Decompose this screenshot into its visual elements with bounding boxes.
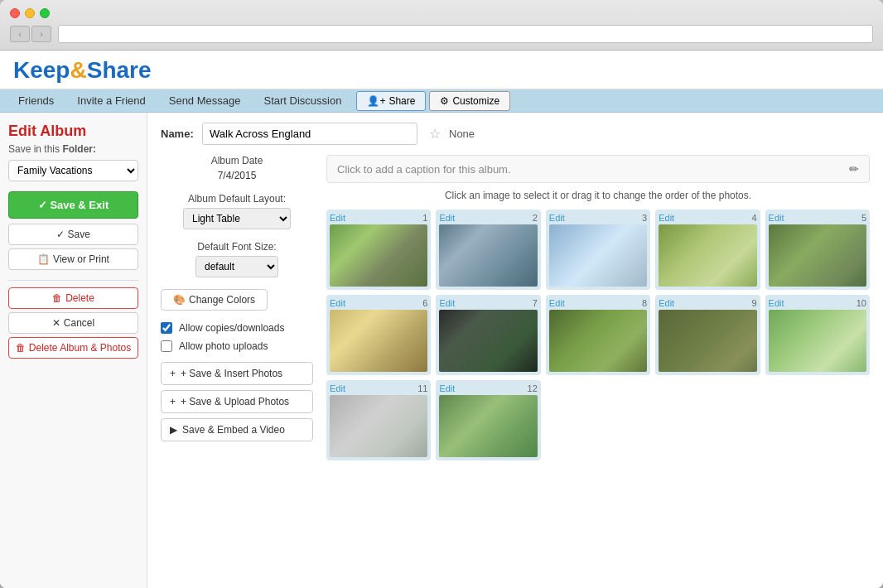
delete-album-button[interactable]: 🗑 Delete Album & Photos [8,337,138,359]
album-date-group: Album Date 7/4/2015 [161,155,313,181]
photo-num-5: 5 [861,213,866,223]
photo-img-2 [439,224,537,287]
delete-album-icon: 🗑 [16,342,26,354]
photo-edit-8[interactable]: Edit [549,298,565,308]
star-icon[interactable]: ☆ [429,126,441,142]
caption-edit-icon[interactable]: ✏ [849,162,859,176]
save-upload-label: + Save & Upload Photos [181,396,289,407]
photo-edit-6[interactable]: Edit [330,298,345,308]
back-button[interactable]: ‹ [10,26,30,42]
nav-menu: Friends Invite a Friend Send Message Sta… [0,89,883,113]
photo-cell-12[interactable]: Edit 12 [436,380,540,460]
album-settings: Album Date 7/4/2015 Album Default Layout… [161,155,870,460]
view-print-button[interactable]: 📋 View or Print [8,248,138,270]
sidebar: Edit Album Save in this Folder: Family V… [0,113,147,588]
photo-edit-3[interactable]: Edit [549,213,565,223]
uploads-label: Allow photo uploads [179,340,268,352]
content-area: Name: ☆ None Album Date 7/4/2015 Albu [147,113,883,588]
layout-select[interactable]: Light Table [183,208,291,229]
delete-album-label: Delete Album & Photos [29,342,131,354]
photo-img-7 [439,310,537,372]
photo-uploads-row: Allow photo uploads [161,340,313,352]
photo-cell-3[interactable]: Edit 3 [546,210,650,290]
photo-img-4 [659,224,756,287]
browser-chrome: ‹ › [0,0,883,51]
photo-cell-1[interactable]: Edit 1 [326,210,431,290]
photo-num-9: 9 [751,298,756,308]
main-area: Edit Album Save in this Folder: Family V… [0,113,883,588]
photo-img-1 [330,224,427,287]
photo-edit-11[interactable]: Edit [330,383,345,393]
cancel-label: Cancel [64,317,94,329]
photo-img-11 [330,395,427,457]
photo-num-3: 3 [642,213,647,223]
action-buttons: + + Save & Insert Photos + + Save & Uplo… [161,362,313,441]
album-date-label: Album Date [161,155,313,166]
customize-button[interactable]: ⚙ Customize [429,91,510,111]
photo-top-9: Edit 9 [659,298,756,308]
maximize-button[interactable] [40,8,50,18]
photo-cell-5[interactable]: Edit 5 [765,210,870,290]
customize-label: Customize [452,95,499,107]
layout-label: Album Default Layout: [161,193,313,205]
nav-invite[interactable]: Invite a Friend [65,89,157,112]
photo-cell-10[interactable]: Edit 10 [765,295,870,375]
photo-edit-12[interactable]: Edit [439,383,455,393]
change-colors-button[interactable]: 🎨 Change Colors [161,289,268,311]
album-name-input[interactable] [202,123,417,145]
photo-num-7: 7 [533,298,538,308]
photo-img-9 [659,310,756,372]
view-print-label: View or Print [53,253,109,265]
photo-edit-9[interactable]: Edit [659,298,674,308]
font-select[interactable]: default [195,256,278,277]
change-colors-group: 🎨 Change Colors [161,289,313,311]
address-bar[interactable] [58,25,873,43]
photo-cell-11[interactable]: Edit 11 [326,380,431,460]
copies-checkbox[interactable] [161,322,172,334]
delete-button[interactable]: 🗑 Delete [8,287,138,309]
photo-edit-5[interactable]: Edit [769,213,784,223]
cancel-button[interactable]: ✕ Cancel [8,312,138,334]
save-insert-button[interactable]: + + Save & Insert Photos [161,362,313,385]
photo-cell-6[interactable]: Edit 6 [326,295,431,375]
save-embed-button[interactable]: ▶ Save & Embed a Video [161,418,313,441]
photo-cell-8[interactable]: Edit 8 [546,295,650,375]
nav-discussion[interactable]: Start Discussion [252,89,353,112]
photo-top-11: Edit 11 [330,383,427,393]
sidebar-save-folder-label: Save in this Folder: [8,143,138,155]
photo-edit-10[interactable]: Edit [769,298,784,308]
forward-button[interactable]: › [31,26,51,42]
close-button[interactable] [10,8,20,18]
photo-cell-9[interactable]: Edit 9 [655,295,760,375]
photo-edit-7[interactable]: Edit [439,298,455,308]
photo-edit-1[interactable]: Edit [330,213,345,223]
nav-friends[interactable]: Friends [7,89,65,112]
photo-top-10: Edit 10 [769,298,866,308]
photos-instruction: Click an image to select it or drag it t… [326,190,870,201]
photo-top-7: Edit 7 [439,298,537,308]
photo-top-1: Edit 1 [330,213,427,223]
photo-edit-4[interactable]: Edit [659,213,674,223]
view-icon: 📋 [37,253,50,265]
save-exit-button[interactable]: ✓ Save & Exit [8,191,138,219]
right-photos: Click to add a caption for this album. ✏… [326,155,870,460]
photo-cell-4[interactable]: Edit 4 [655,210,760,290]
save-button[interactable]: ✓ Save [8,224,138,245]
photo-cell-2[interactable]: Edit 2 [436,210,540,290]
save-upload-button[interactable]: + + Save & Upload Photos [161,390,313,413]
copies-label: Allow copies/downloads [179,322,284,334]
photo-edit-2[interactable]: Edit [439,213,455,223]
folder-select[interactable]: Family Vacations [8,160,138,181]
folder-bold: Folder: [62,143,96,155]
browser-buttons [10,8,873,18]
none-label: None [449,128,475,140]
cancel-icon: ✕ [52,317,60,329]
photo-img-5 [769,224,866,287]
uploads-checkbox[interactable] [161,340,172,352]
photo-cell-7[interactable]: Edit 7 [436,295,540,375]
nav-arrows: ‹ › [10,26,51,42]
minimize-button[interactable] [25,8,35,18]
share-button[interactable]: 👤+ Share [356,91,426,111]
nav-message[interactable]: Send Message [157,89,253,112]
caption-bar: Click to add a caption for this album. ✏ [326,155,870,183]
